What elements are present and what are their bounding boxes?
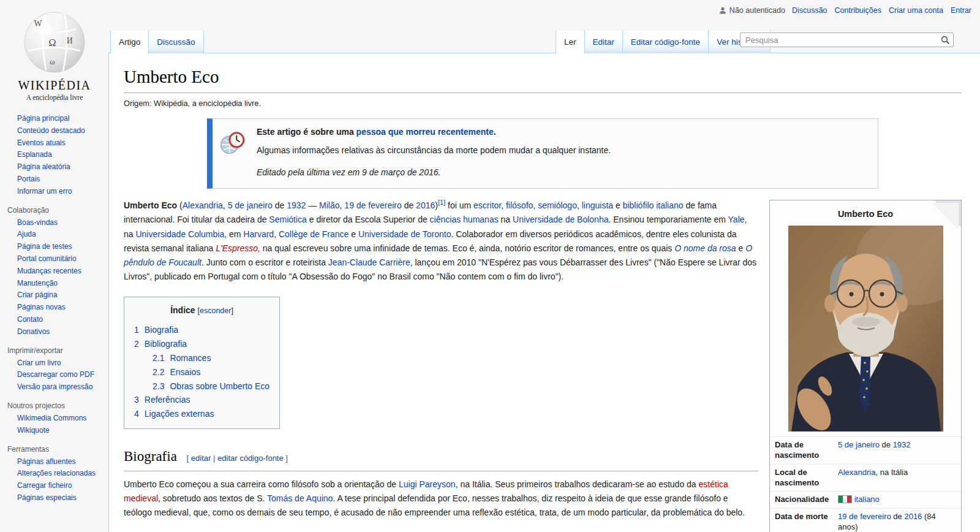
search-icon [941, 36, 949, 45]
tab[interactable]: Discussão [148, 31, 203, 53]
toc-hide-link[interactable]: esconder [200, 306, 231, 315]
inline-link[interactable]: O nome da rosa [674, 243, 736, 253]
sidebar-link[interactable]: Portais [17, 173, 97, 186]
search-bar [740, 32, 954, 47]
sidebar-link[interactable]: Descarregar como PDF [17, 369, 97, 381]
inline-link[interactable]: ciências humanas [430, 215, 499, 224]
tab[interactable]: Artigo [110, 31, 148, 53]
inline-link[interactable]: italiano [854, 495, 880, 504]
sidebar-link[interactable]: Eventos atuais [17, 137, 97, 150]
sidebar-link[interactable]: Contato [17, 314, 97, 326]
tab[interactable]: Ler [556, 31, 584, 53]
inline-link[interactable]: 5 de janeiro [838, 440, 880, 449]
personal-link[interactable]: Entrar [951, 6, 971, 15]
inline-link[interactable]: L'Espresso, [216, 243, 260, 253]
sidebar-link[interactable]: Páginas novas [17, 302, 97, 314]
text-segment: , [274, 229, 279, 239]
inline-link[interactable]: Luigi Pareyson [399, 479, 456, 489]
sidebar-link[interactable]: Donativos [17, 326, 97, 338]
infobox-row: Data de nascimento 5 de janeiro de 1932 [770, 436, 961, 464]
inline-link[interactable]: Collège de France [279, 229, 349, 239]
sidebar-link[interactable]: Páginas afluentes [17, 456, 97, 468]
sidebar-link[interactable]: Boas-vindas [17, 217, 97, 229]
toc-item[interactable]: 2.2Ensaios [153, 365, 270, 379]
edit-source-link[interactable]: editar código-fonte [217, 454, 284, 463]
reference-link[interactable]: [1] [438, 199, 445, 206]
sidebar-section-title: Colaboração [0, 206, 108, 215]
bracket: ] [231, 306, 233, 315]
inline-link[interactable]: pessoa que morreu recentemente [356, 127, 494, 137]
bracket: [ [187, 454, 189, 463]
article-content: Umberto Eco Origem: Wikipédia, a enciclo… [108, 53, 980, 532]
portrait-photo[interactable] [788, 226, 943, 431]
sidebar-link[interactable]: Versão para impressão [17, 381, 97, 393]
inline-link[interactable]: Jean-Claude Carrière [328, 257, 410, 267]
search-input[interactable] [741, 36, 937, 45]
sidebar-link[interactable]: Wikiquote [17, 425, 97, 437]
toc-item[interactable]: 4Ligações externas [134, 407, 270, 421]
edit-link[interactable]: editar [191, 454, 211, 463]
toc-item[interactable]: 2.3Obras sobre Umberto Eco [153, 379, 270, 393]
toc-item[interactable]: 2.1Romances [153, 351, 270, 365]
sidebar-link[interactable]: Carregar ficheiro [17, 480, 97, 492]
infobox-rows: Data de nascimento 5 de janeiro de 1932 … [770, 436, 961, 532]
inline-link[interactable]: Universidade de Bolonha [513, 215, 608, 224]
reference-sup[interactable]: [1] [438, 199, 445, 206]
sidebar-link[interactable]: Página de testes [17, 241, 97, 253]
wikipedia-logo[interactable]: W Ω И ω WIKIPÉDIA A enciclopédia livre [10, 7, 99, 101]
toc-item[interactable]: 1Biografia [134, 323, 270, 337]
inline-link[interactable]: Yale [728, 215, 745, 224]
tab[interactable]: Editar [584, 31, 622, 53]
inline-link[interactable]: bibliófilo [623, 200, 654, 210]
inline-link[interactable]: Universidade de Toronto [358, 229, 451, 239]
inline-link[interactable]: filósofo [506, 200, 533, 210]
tab[interactable]: Editar código-fonte [622, 31, 708, 53]
sidebar-link[interactable]: Página aleatória [17, 161, 97, 173]
text-segment: de [891, 512, 905, 521]
inline-link[interactable]: 1932 [893, 440, 911, 449]
sidebar-link[interactable]: Esplanada [17, 149, 97, 161]
inline-link[interactable]: 19 de fevereiro [838, 512, 891, 521]
sidebar-link[interactable]: Criar página [17, 289, 97, 302]
sidebar-link[interactable]: Wikimedia Commons [17, 412, 97, 425]
inline-link[interactable]: 5 de janeiro [228, 200, 273, 210]
sidebar-link[interactable]: Alterações relacionadas [17, 468, 97, 480]
inline-link[interactable]: linguista [582, 200, 613, 210]
sidebar-link[interactable]: Páginas especiais [17, 492, 97, 504]
svg-text:Ω: Ω [48, 37, 56, 48]
inline-link[interactable]: 2016 [416, 200, 435, 210]
inline-link[interactable]: Harvard [243, 229, 274, 239]
inline-link[interactable]: Milão [319, 200, 339, 210]
text-segment: na qual escreveu sobre uma infinidade de… [260, 243, 674, 253]
sidebar-link[interactable]: Mudanças recentes [17, 265, 97, 278]
sidebar-link[interactable]: Criar um livro [17, 357, 97, 370]
inline-link[interactable]: Universidade Columbia [135, 229, 224, 239]
sidebar-link[interactable]: Página principal [17, 113, 97, 125]
personal-link[interactable]: Contribuições [835, 6, 881, 15]
sidebar-link[interactable]: Conteúdo destacado [17, 125, 97, 137]
inline-link[interactable]: 19 de fevereiro [344, 200, 401, 210]
inline-link[interactable]: escritor [473, 200, 501, 210]
sidebar-link[interactable]: Ajuda [17, 229, 97, 241]
search-button[interactable] [937, 33, 953, 47]
inline-link[interactable]: Alexandria [183, 200, 223, 210]
text-segment: e diretor da Escola Superior de [307, 215, 430, 224]
toc-label: Referências [145, 395, 190, 405]
personal-link[interactable]: Criar uma conta [889, 6, 943, 15]
inline-link[interactable]: Semiótica [269, 215, 306, 224]
sidebar-link[interactable]: Manutenção [17, 278, 97, 290]
inline-link[interactable]: Alexandria [838, 468, 875, 477]
text-segment: de [402, 200, 416, 210]
inline-link[interactable]: 2016 [904, 512, 922, 521]
inline-link[interactable]: semiólogo [538, 200, 577, 210]
text-segment: , em [224, 229, 243, 239]
toc-item[interactable]: 2Bibliografia [134, 337, 270, 351]
toc-item[interactable]: 3Referências [134, 393, 270, 407]
inline-link[interactable]: Tomás de Aquino [267, 493, 333, 503]
personal-link[interactable]: Discussão [792, 6, 827, 15]
tab-label: Editar [593, 37, 614, 47]
sidebar-link[interactable]: Portal comunitário [17, 253, 97, 265]
sidebar-link[interactable]: Informar um erro [17, 186, 97, 198]
inline-link[interactable]: italiano [656, 200, 683, 210]
inline-link[interactable]: 1932 [287, 200, 306, 210]
